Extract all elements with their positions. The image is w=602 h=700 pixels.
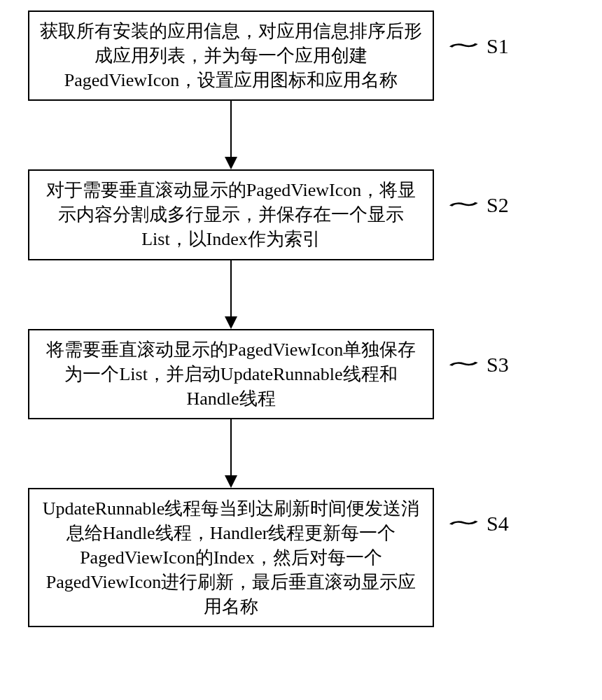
- arrow-line: [230, 101, 232, 157]
- connector-tilde-icon: 〜: [445, 34, 481, 58]
- flow-step-text: 将需要垂直滚动显示的PagedViewIcon单独保存为一个List，并启动Up…: [46, 340, 416, 409]
- flow-step-label: S3: [486, 353, 509, 377]
- flow-arrow: [28, 101, 434, 169]
- flow-step-label-col: 〜 S2: [434, 169, 509, 227]
- flow-step-box: 获取所有安装的应用信息，对应用信息排序后形成应用列表，并为每一个应用创建Page…: [28, 10, 434, 101]
- arrow-head-icon: [225, 475, 237, 488]
- flow-step-box: UpdateRunnable线程每当到达刷新时间便发送消息给Handle线程，H…: [28, 488, 434, 627]
- flow-step-row: 对于需要垂直滚动显示的PagedViewIcon，将显示内容分割成多行显示，并保…: [28, 169, 574, 260]
- flow-step-text: 对于需要垂直滚动显示的PagedViewIcon，将显示内容分割成多行显示，并保…: [46, 180, 416, 249]
- connector-tilde-icon: 〜: [445, 353, 481, 377]
- flow-step-label-col: 〜 S1: [434, 10, 509, 68]
- flow-step-label-col: 〜 S3: [434, 329, 509, 386]
- flow-step-label: S2: [486, 193, 509, 217]
- arrow-head-icon: [225, 316, 237, 329]
- arrow-head-icon: [225, 157, 237, 169]
- flow-step-row: 将需要垂直滚动显示的PagedViewIcon单独保存为一个List，并启动Up…: [28, 329, 574, 419]
- arrow-line: [230, 419, 232, 475]
- flow-arrow: [28, 260, 434, 329]
- connector-tilde-icon: 〜: [445, 193, 481, 217]
- flow-arrow: [28, 419, 434, 488]
- flow-step-row: UpdateRunnable线程每当到达刷新时间便发送消息给Handle线程，H…: [28, 488, 574, 627]
- flow-step-label-col: 〜 S4: [434, 488, 509, 545]
- flowchart-container: 获取所有安装的应用信息，对应用信息排序后形成应用列表，并为每一个应用创建Page…: [28, 10, 574, 627]
- flow-step-label: S4: [486, 512, 509, 536]
- flow-step-label: S1: [486, 34, 509, 58]
- flow-step-text: 获取所有安装的应用信息，对应用信息排序后形成应用列表，并为每一个应用创建Page…: [40, 21, 422, 90]
- flow-step-text: UpdateRunnable线程每当到达刷新时间便发送消息给Handle线程，H…: [43, 498, 420, 617]
- arrow-line: [230, 260, 232, 316]
- flow-step-row: 获取所有安装的应用信息，对应用信息排序后形成应用列表，并为每一个应用创建Page…: [28, 10, 574, 101]
- flow-step-box: 将需要垂直滚动显示的PagedViewIcon单独保存为一个List，并启动Up…: [28, 329, 434, 419]
- flow-step-box: 对于需要垂直滚动显示的PagedViewIcon，将显示内容分割成多行显示，并保…: [28, 169, 434, 260]
- connector-tilde-icon: 〜: [445, 512, 481, 536]
